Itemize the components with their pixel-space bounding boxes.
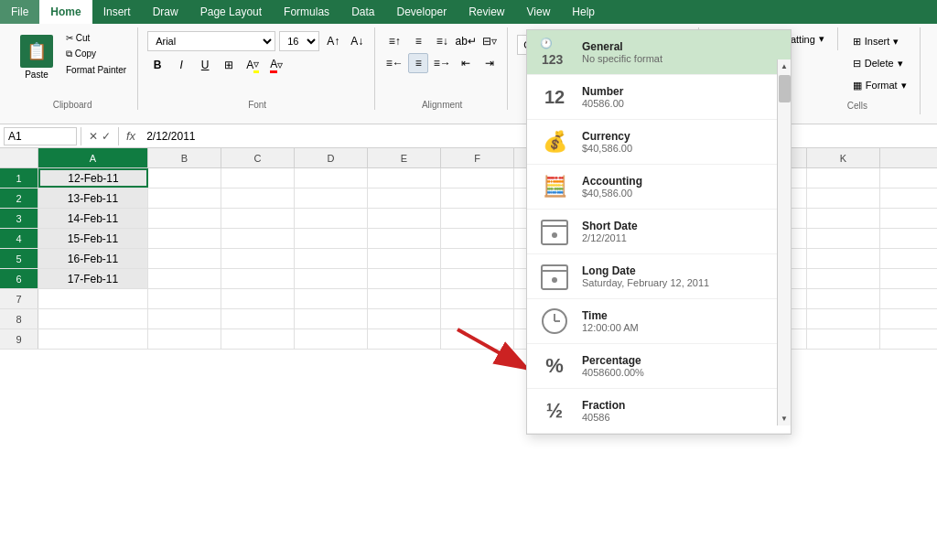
confirm-formula-icon[interactable]: ✓ <box>102 130 111 143</box>
decrease-indent-btn[interactable]: ⇤ <box>456 53 476 73</box>
cell-B5[interactable] <box>148 249 221 268</box>
cell-D1[interactable] <box>295 168 368 188</box>
cell-A7[interactable] <box>38 289 148 308</box>
cell-F3[interactable] <box>441 209 514 228</box>
cell-C6[interactable] <box>221 269 295 288</box>
cell-D6[interactable] <box>295 269 368 288</box>
borders-button[interactable]: ⊞ <box>219 55 239 75</box>
increase-indent-btn[interactable]: ⇥ <box>479 53 500 73</box>
menu-item-insert[interactable]: Insert <box>92 0 142 24</box>
menu-item-view[interactable]: View <box>516 0 562 24</box>
cell-E7[interactable] <box>368 289 441 308</box>
font-color-button[interactable]: A▿ <box>266 55 286 75</box>
cell-A2[interactable]: 13-Feb-11 <box>38 188 148 208</box>
cell-D3[interactable] <box>295 209 368 228</box>
cell-A3[interactable]: 14-Feb-11 <box>38 209 148 228</box>
align-center-btn[interactable]: ≡ <box>408 53 428 73</box>
cell-C9[interactable] <box>221 329 295 349</box>
format-item-short-date[interactable]: Short Date2/12/2011 <box>527 210 791 254</box>
cell-B2[interactable] <box>148 188 221 208</box>
cell-C5[interactable] <box>221 249 295 268</box>
italic-button[interactable]: I <box>171 55 191 75</box>
cancel-formula-icon[interactable]: ✕ <box>89 130 98 143</box>
cell-K1[interactable] <box>807 168 880 188</box>
cell-D7[interactable] <box>295 289 368 308</box>
insert-btn[interactable]: ⊞ Insert ▾ <box>847 31 912 51</box>
font-size-select[interactable]: 16 <box>279 31 319 51</box>
cell-K5[interactable] <box>807 249 880 268</box>
cell-C4[interactable] <box>221 229 295 248</box>
cell-K9[interactable] <box>807 329 880 349</box>
col-header-C[interactable]: C <box>221 148 295 167</box>
row-header-2[interactable]: 2 <box>0 188 38 208</box>
paste-button[interactable]: 📋 Paste <box>15 31 59 83</box>
cell-K7[interactable] <box>807 289 880 308</box>
cell-D2[interactable] <box>295 188 368 208</box>
cell-D5[interactable] <box>295 249 368 268</box>
menu-item-developer[interactable]: Developer <box>385 0 458 24</box>
merge-btn[interactable]: ⊟▿ <box>479 31 500 51</box>
col-header-A[interactable]: A <box>38 148 148 167</box>
format-item-accounting[interactable]: 🧮Accounting$40,586.00 <box>527 165 791 210</box>
format-item-percentage[interactable]: %Percentage4058600.00% <box>527 344 791 389</box>
format-item-general[interactable]: 🕐123GeneralNo specific format <box>527 30 791 75</box>
format-item-currency[interactable]: 💰Currency$40,586.00 <box>527 120 791 165</box>
cell-F2[interactable] <box>441 188 514 208</box>
menu-item-data[interactable]: Data <box>340 0 385 24</box>
cell-F4[interactable] <box>441 229 514 248</box>
cell-E9[interactable] <box>368 329 441 349</box>
cell-C2[interactable] <box>221 188 295 208</box>
cell-K4[interactable] <box>807 229 880 248</box>
cell-A8[interactable] <box>38 309 148 328</box>
format-item-time[interactable]: Time12:00:00 AM <box>527 299 791 344</box>
bold-button[interactable]: B <box>147 55 167 75</box>
cell-E8[interactable] <box>368 309 441 328</box>
cell-A6[interactable]: 17-Feb-11 <box>38 269 148 288</box>
cell-E5[interactable] <box>368 249 441 268</box>
cell-E6[interactable] <box>368 269 441 288</box>
cell-K3[interactable] <box>807 209 880 228</box>
cell-B9[interactable] <box>148 329 221 349</box>
cell-E1[interactable] <box>368 168 441 188</box>
row-header-5[interactable]: 5 <box>0 249 38 268</box>
cell-B8[interactable] <box>148 309 221 328</box>
format-item-fraction[interactable]: ½Fraction40586 <box>527 389 791 434</box>
cell-C1[interactable] <box>221 168 295 188</box>
align-top-btn[interactable]: ≡↑ <box>384 31 404 51</box>
cell-A9[interactable] <box>38 329 148 349</box>
row-header-9[interactable]: 9 <box>0 329 38 349</box>
copy-button[interactable]: ⧉ Copy <box>62 47 130 61</box>
align-left-btn[interactable]: ≡← <box>384 53 404 73</box>
cell-A5[interactable]: 16-Feb-11 <box>38 249 148 268</box>
row-header-8[interactable]: 8 <box>0 309 38 328</box>
cell-F9[interactable] <box>441 329 514 349</box>
col-header-K[interactable]: K <box>807 148 880 167</box>
scroll-down-arrow[interactable]: ▼ <box>778 412 792 425</box>
menu-item-review[interactable]: Review <box>458 0 515 24</box>
row-header-7[interactable]: 7 <box>0 289 38 308</box>
cell-B4[interactable] <box>148 229 221 248</box>
col-header-F[interactable]: F <box>441 148 514 167</box>
menu-item-formulas[interactable]: Formulas <box>273 0 340 24</box>
row-header-1[interactable]: 1 <box>0 168 38 188</box>
format-painter-button[interactable]: Format Painter <box>62 63 130 77</box>
row-header-3[interactable]: 3 <box>0 209 38 228</box>
cell-E2[interactable] <box>368 188 441 208</box>
cell-C7[interactable] <box>221 289 295 308</box>
cell-F7[interactable] <box>441 289 514 308</box>
cell-B7[interactable] <box>148 289 221 308</box>
cell-K8[interactable] <box>807 309 880 328</box>
cell-C8[interactable] <box>221 309 295 328</box>
menu-item-home[interactable]: Home <box>39 0 92 24</box>
menu-item-draw[interactable]: Draw <box>142 0 189 24</box>
cell-reference-box[interactable]: A1 <box>4 127 77 145</box>
row-header-6[interactable]: 6 <box>0 269 38 288</box>
cell-F1[interactable] <box>441 168 514 188</box>
decrease-font-btn[interactable]: A↓ <box>347 31 367 51</box>
scroll-thumb[interactable] <box>779 75 791 102</box>
menu-item-page layout[interactable]: Page Layout <box>189 0 273 24</box>
menu-item-help[interactable]: Help <box>561 0 606 24</box>
align-middle-btn[interactable]: ≡ <box>408 31 428 51</box>
cell-B1[interactable] <box>148 168 221 188</box>
cell-B6[interactable] <box>148 269 221 288</box>
